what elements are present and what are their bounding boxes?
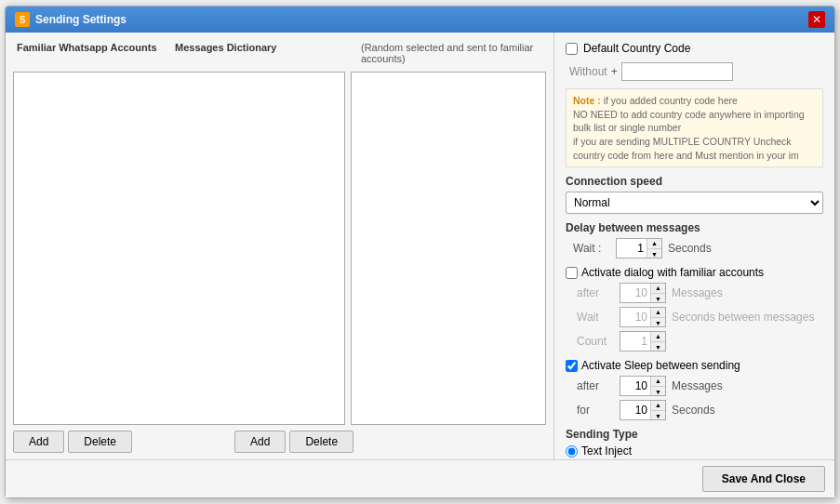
activate-dialog-label: Activate dialog with familiar accounts [581,266,764,279]
activate-dialog-checkbox[interactable] [566,267,578,279]
close-button[interactable]: ✕ [808,11,825,28]
wait-increment[interactable]: ▲ [647,238,661,248]
wait-input[interactable]: 1 [617,239,647,258]
default-country-checkbox[interactable] [566,43,578,55]
save-and-close-button[interactable]: Save And Close [702,466,825,492]
note-text2: NO NEED to add country code anywhere in … [573,109,805,120]
app-icon: S [15,12,30,27]
title-bar: S Sending Settings ✕ [6,7,834,33]
col-header-1: Familiar Whatsapp Accounts [13,40,171,66]
column-headers: Familiar Whatsapp Accounts Messages Dict… [13,40,546,66]
sleep-after-btns: ▲ ▼ [650,376,665,396]
connection-speed-label: Connection speed [566,175,823,188]
activate-sleep-row: Activate Sleep between sending [566,359,823,372]
wait2-spinbox-btns: ▲ ▼ [650,307,665,327]
delete-messages-button[interactable]: Delete [289,431,353,453]
sleep-after-spinbox: ▲ ▼ [620,376,666,396]
note-text1: if you added country code here [604,95,738,106]
count-input[interactable] [620,332,650,351]
count-label: Count [577,335,614,348]
sleep-for-row: for ▲ ▼ Seconds [569,400,823,420]
activate-sleep-checkbox[interactable] [566,360,578,372]
plus-label: + [611,65,618,78]
wait2-row: Wait ▲ ▼ Seconds between messages [569,307,823,327]
sending-type-label: Sending Type [566,428,823,441]
main-window: S Sending Settings ✕ Familiar Whatsapp A… [5,6,835,498]
activate-dialog-row: Activate dialog with familiar accounts [566,266,823,279]
wait2-input[interactable] [620,308,650,326]
without-row: Without + [566,62,823,81]
messages-list[interactable] [351,72,546,425]
count-increment[interactable]: ▲ [651,331,665,341]
accounts-list[interactable] [13,72,345,425]
left-panel: Familiar Whatsapp Accounts Messages Dict… [6,33,554,459]
activate-dialog-section: Activate dialog with familiar accounts a… [566,266,823,351]
wait-spinbox: 1 ▲ ▼ [616,238,662,259]
note-text5: country code from here and Must mention … [573,150,799,161]
sleep-for-increment[interactable]: ▲ [651,400,665,410]
wait2-spinbox: ▲ ▼ [620,307,666,327]
after-row: after ▲ ▼ Messages [569,283,823,303]
note-box: Note : if you added country code here NO… [566,88,823,167]
text-inject-row: Text Inject [566,444,823,458]
delete-accounts-button[interactable]: Delete [68,431,132,453]
seconds2-label: Seconds between messages [672,311,814,324]
right-panel: Default Country Code Without + Note : if… [554,33,834,459]
wait2-increment[interactable]: ▲ [651,307,665,317]
sleep-after-input[interactable] [620,377,650,395]
messages-list-col [351,72,546,425]
delay-section: Delay between messages Wait : 1 ▲ ▼ Seco… [566,221,823,259]
left-buttons-row: Add Delete Add Delete [13,431,546,453]
after-spinbox-btns: ▲ ▼ [650,283,665,303]
dialog-subgroup: after ▲ ▼ Messages Wait [566,283,823,351]
activate-sleep-section: Activate Sleep between sending after ▲ ▼… [566,359,823,420]
seconds-label: Seconds [668,242,712,255]
sleep-after-decrement[interactable]: ▼ [651,386,665,397]
title-bar-left: S Sending Settings [15,12,127,27]
after-spinbox: ▲ ▼ [620,283,666,303]
col-header-2: Messages Dictionary [171,40,357,66]
wait-row: Wait : 1 ▲ ▼ Seconds [566,238,823,259]
note-text3: bulk list or single number [573,122,681,133]
sleep-after-row: after ▲ ▼ Messages [569,376,823,396]
accounts-list-col [13,72,345,425]
sending-type-section: Sending Type Text Inject [566,428,823,458]
count-row: Count ▲ ▼ [569,331,823,351]
connection-speed-select[interactable]: Normal Slow Fast [566,192,823,214]
country-code-input[interactable] [621,62,733,81]
sleep-after-label: after [577,379,614,392]
wait2-decrement[interactable]: ▼ [651,317,665,328]
wait-decrement[interactable]: ▼ [647,248,661,259]
add-messages-button[interactable]: Add [234,431,286,453]
wait-spinbox-btns: ▲ ▼ [647,238,661,259]
sleep-for-input[interactable] [620,401,650,419]
wait2-label: Wait [577,311,614,324]
after-input[interactable] [620,284,650,302]
note-text4: if you are sending MULTIPLE COUNTRY Unch… [573,136,792,147]
sleep-messages-label: Messages [672,379,723,392]
messages-label: Messages [672,286,723,299]
sleep-seconds-label: Seconds [672,404,715,417]
lists-container [13,72,546,425]
text-inject-label: Text Inject [581,444,632,458]
delay-label: Delay between messages [566,221,823,234]
without-label: Without [569,65,607,78]
after-decrement[interactable]: ▼ [651,293,665,304]
sleep-for-btns: ▲ ▼ [650,400,665,420]
col-header-3: (Random selected and sent to familiar ac… [357,40,546,66]
window-title: Sending Settings [35,13,127,26]
sleep-after-increment[interactable]: ▲ [651,376,665,386]
main-content: Familiar Whatsapp Accounts Messages Dict… [6,33,834,459]
bottom-bar: Save And Close [6,459,834,497]
default-country-row: Default Country Code [566,42,823,55]
text-inject-radio[interactable] [566,445,578,458]
count-spinbox-btns: ▲ ▼ [650,331,665,351]
after-increment[interactable]: ▲ [651,283,665,293]
count-decrement[interactable]: ▼ [651,341,665,352]
default-country-label: Default Country Code [583,42,690,55]
sleep-subgroup: after ▲ ▼ Messages for [566,376,823,420]
wait-label: Wait : [573,242,610,255]
connection-speed-section: Connection speed Normal Slow Fast [566,175,823,214]
sleep-for-decrement[interactable]: ▼ [651,410,665,421]
add-accounts-button[interactable]: Add [13,431,64,453]
